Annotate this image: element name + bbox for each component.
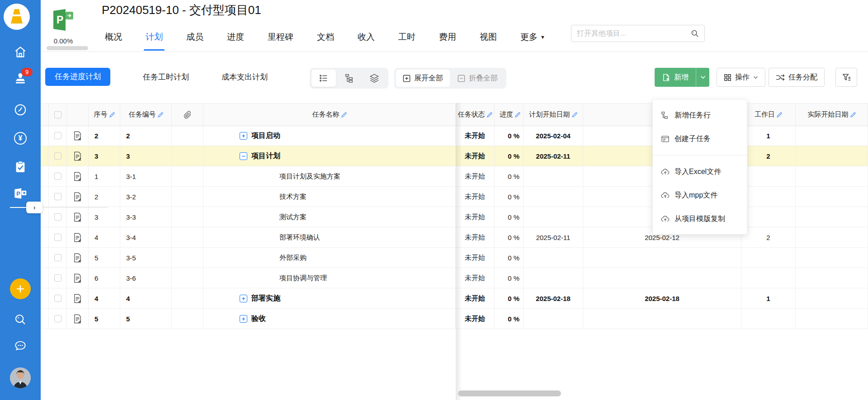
row-checkbox[interactable] (54, 234, 61, 241)
row-checkbox[interactable] (54, 152, 61, 160)
nav-tab[interactable]: 里程碑 (256, 23, 305, 52)
menu-item[interactable]: 导入Excel文件 (653, 160, 747, 184)
select-all-checkbox[interactable] (54, 111, 61, 118)
cell-progress: 0 % (495, 207, 524, 227)
app-logo[interactable] (4, 4, 30, 30)
expand-toggle[interactable]: + (240, 132, 247, 140)
actions-button[interactable]: 操作 (717, 68, 765, 87)
menu-item[interactable]: 创建子任务 (653, 127, 747, 151)
header-code: 任务编号 (120, 104, 172, 126)
horizontal-scrollbar[interactable] (458, 391, 561, 396)
expand-toggle[interactable]: + (240, 295, 247, 302)
nav-tab[interactable]: 计划 (134, 23, 175, 52)
tree-view-button[interactable] (337, 70, 361, 87)
task-note-icon[interactable] (73, 233, 82, 242)
nav-tab[interactable]: 文档 (305, 23, 346, 52)
cell-plan-start (524, 187, 583, 207)
nav-tab[interactable]: 收入 (346, 23, 387, 52)
add-dropdown-toggle[interactable] (696, 68, 709, 87)
row-checkbox[interactable] (54, 173, 61, 180)
nav-tab[interactable]: 视图 (468, 23, 509, 52)
task-note-icon[interactable] (73, 172, 82, 181)
plan-tab[interactable]: 任务工时计划 (143, 72, 189, 82)
cell-actual-start (796, 309, 868, 329)
plan-tab[interactable]: 成本支出计划 (222, 72, 268, 82)
add-button[interactable]: 新增 (655, 68, 696, 87)
cell-seq: 4 (89, 288, 120, 308)
edit-column-icon[interactable] (341, 112, 347, 118)
edit-column-icon[interactable] (158, 112, 163, 118)
row-checkbox[interactable] (54, 193, 61, 200)
cell-status: 未开始 (456, 227, 495, 247)
sidebar-item-approvals[interactable] (0, 71, 41, 86)
edit-column-icon[interactable] (572, 112, 577, 118)
row-checkbox[interactable] (54, 315, 61, 322)
sidebar-item-projects[interactable]: P (0, 187, 41, 200)
row-checkbox[interactable] (54, 254, 61, 261)
edit-column-icon[interactable] (109, 112, 115, 118)
cell-code: 3-2 (120, 187, 172, 207)
sidebar-expand-toggle[interactable]: › (26, 202, 42, 213)
task-note-icon[interactable] (73, 253, 82, 263)
menu-item[interactable]: 从项目模版复制 (653, 207, 747, 231)
edit-column-icon[interactable] (850, 112, 856, 118)
search-input[interactable] (571, 29, 691, 38)
collapse-all-icon (458, 75, 465, 82)
nav-tab[interactable]: 概况 (93, 23, 134, 52)
task-note-icon[interactable] (73, 273, 82, 283)
menu-item[interactable]: 导入mpp文件 (653, 184, 747, 207)
sidebar-item-tasks[interactable] (0, 160, 41, 174)
cell-code: 5 (120, 309, 172, 329)
sidebar-item-home[interactable] (0, 45, 41, 59)
expand-all-button[interactable]: 展开全部 (396, 70, 450, 87)
task-note-icon[interactable] (73, 212, 82, 222)
task-note-icon[interactable] (73, 151, 82, 161)
user-avatar[interactable] (0, 367, 41, 388)
task-note-icon[interactable] (73, 192, 82, 202)
nav-tab[interactable]: 工时 (387, 23, 427, 52)
task-note-icon[interactable] (73, 314, 82, 324)
row-checkbox[interactable] (54, 213, 61, 221)
plan-tab[interactable]: 任务进度计划 (45, 68, 110, 86)
table-row[interactable]: 5 5 + 验收 未开始 0 % (41, 309, 868, 329)
avatar-photo (10, 367, 31, 388)
cell-name: 项目计划及实施方案 (203, 166, 456, 186)
nav-tab[interactable]: 更多 ▼ (509, 23, 557, 52)
cell-work-days (741, 268, 796, 288)
expand-toggle[interactable]: + (240, 315, 247, 323)
task-note-icon[interactable] (73, 131, 82, 141)
list-view-button[interactable] (311, 70, 336, 87)
table-row[interactable]: 5 3-5 外部采购 未开始 0 % (41, 248, 868, 268)
table-row[interactable]: 4 4 + 部署实施 未开始 0 % 2025-02-18 2025-02-18… (41, 288, 868, 309)
task-name: 项目启动 (251, 131, 280, 141)
row-checkbox[interactable] (54, 274, 61, 282)
sidebar-search-button[interactable] (0, 313, 41, 326)
row-checkbox[interactable] (54, 295, 61, 302)
cell-status: 未开始 (456, 248, 495, 268)
sidebar-item-finance[interactable]: ¥ (0, 132, 41, 145)
cell-plan-start: 2025-02-11 (524, 227, 583, 247)
row-checkbox[interactable] (54, 132, 61, 139)
row-gutter (41, 268, 49, 288)
sidebar-messages-button[interactable] (0, 339, 41, 353)
table-row[interactable]: 6 3-6 项目协调与管理 未开始 0 % (41, 268, 868, 288)
nav-tab[interactable]: 进度 (215, 23, 256, 52)
notification-badge: 9 (21, 68, 33, 76)
collapse-all-button[interactable]: 折叠全部 (451, 70, 505, 87)
sidebar-create-button[interactable]: + (0, 278, 41, 299)
edit-column-icon[interactable] (777, 112, 782, 118)
filter-button[interactable] (835, 68, 857, 87)
filter-icon (842, 73, 851, 81)
expand-toggle[interactable]: − (240, 152, 247, 160)
edit-column-icon[interactable] (487, 112, 492, 118)
assign-tasks-button[interactable]: 任务分配 (769, 68, 825, 87)
nav-tab[interactable]: 成员 (175, 23, 215, 52)
cell-seq: 3 (89, 207, 120, 227)
edit-column-icon[interactable] (515, 112, 520, 118)
menu-item[interactable]: 新增任务行 (653, 104, 747, 127)
search-icon[interactable] (691, 29, 699, 38)
sidebar-item-time[interactable] (0, 103, 41, 117)
task-note-icon[interactable] (73, 294, 82, 303)
layers-view-button[interactable] (362, 70, 387, 87)
nav-tab[interactable]: 费用 (427, 23, 468, 52)
